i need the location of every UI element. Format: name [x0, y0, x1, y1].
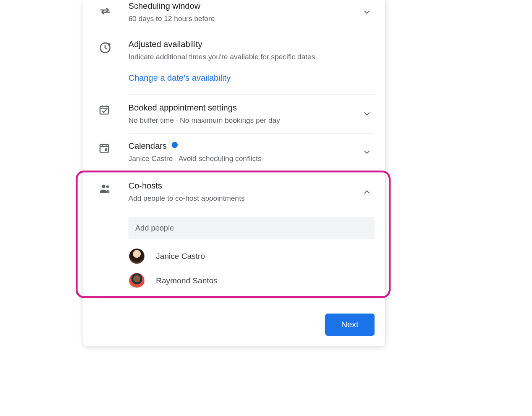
status-badge [172, 142, 178, 148]
co-hosts-subtitle: Add people to co-host appointments [128, 193, 359, 204]
add-people-input[interactable] [135, 224, 368, 232]
calendars-section[interactable]: Calendars Janice Castro · Avoid scheduli… [83, 134, 385, 171]
chevron-down-icon[interactable] [359, 102, 375, 119]
svg-point-5 [106, 185, 109, 188]
adjusted-availability-title: Adjusted availability [128, 39, 359, 50]
avatar [129, 273, 144, 288]
people-icon [99, 180, 128, 195]
avatar [129, 249, 144, 264]
svg-point-4 [102, 185, 105, 188]
person-name: Janice Castro [156, 252, 205, 261]
booked-appointment-section[interactable]: Booked appointment settings No buffer ti… [83, 95, 385, 133]
clock-refresh-icon [99, 39, 128, 54]
swap-arrows-icon [99, 1, 128, 18]
co-hosts-section[interactable]: Co-hosts Add people to co-host appointme… [83, 171, 385, 211]
svg-rect-3 [105, 149, 107, 151]
booked-appointment-title: Booked appointment settings [128, 102, 359, 114]
svg-rect-1 [100, 106, 109, 114]
scheduling-window-section[interactable]: Scheduling window 60 days to 12 hours be… [83, 0, 385, 31]
settings-panel: Scheduling window 60 days to 12 hours be… [83, 0, 385, 346]
calendars-subtitle: Janice Castro · Avoid scheduling conflic… [128, 153, 359, 164]
adjusted-availability-section: Adjusted availability Indicate additiona… [83, 31, 385, 94]
calendar-check-icon [99, 102, 128, 115]
booked-appointment-subtitle: No buffer time · No maximum bookings per… [128, 115, 359, 126]
co-hosts-title: Co-hosts [128, 180, 359, 192]
scheduling-window-title: Scheduling window [128, 1, 359, 12]
calendars-title: Calendars [128, 141, 167, 151]
chevron-down-icon[interactable] [359, 1, 375, 17]
adjusted-availability-subtitle: Indicate additional times you're availab… [128, 52, 359, 63]
footer: Next [83, 300, 385, 346]
chevron-down-icon[interactable] [359, 141, 375, 157]
next-button[interactable]: Next [325, 314, 375, 336]
change-date-availability-link[interactable]: Change a date’s availability [128, 73, 230, 83]
list-item[interactable]: Janice Castro [128, 244, 375, 268]
add-people-input-wrap[interactable] [128, 217, 375, 239]
list-item[interactable]: Raymond Santos [128, 268, 375, 300]
calendar-today-icon [99, 141, 128, 154]
chevron-up-icon[interactable] [359, 180, 375, 197]
scheduling-window-subtitle: 60 days to 12 hours before [128, 13, 359, 24]
svg-rect-2 [100, 145, 109, 153]
person-name: Raymond Santos [156, 276, 217, 285]
